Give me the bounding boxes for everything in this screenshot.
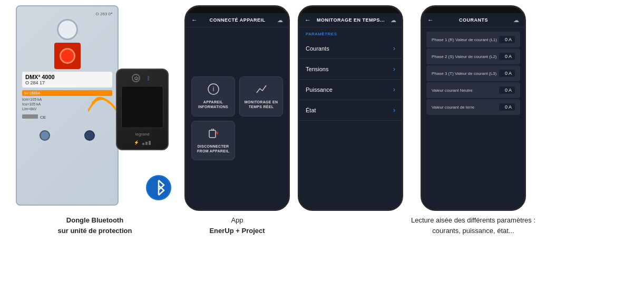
- phone3-device: ← COURANTS ☁ Phase 1 (R) Valeur de coura…: [421, 5, 526, 211]
- phone1-notch: [221, 7, 253, 13]
- phone3-row-1-label: Phase 2 (S) Valeur de courant (L2): [432, 54, 499, 59]
- phone3-cloud-icon[interactable]: ☁: [513, 17, 519, 24]
- wifi-waves: [88, 87, 117, 121]
- svg-line-7: [217, 131, 218, 134]
- phone2-notch: [335, 7, 366, 13]
- phone1-caption-line1: App: [209, 215, 265, 226]
- phone2-item-0[interactable]: Courants ›: [299, 38, 402, 59]
- phone1-btn-monitoring[interactable]: MONITORAGE EN TEMPS RÉEL: [239, 76, 283, 116]
- phone3-caption-line2: courants, puissance, état...: [411, 226, 535, 236]
- phone1-screen: ← CONNECTÉ APPAREIL ☁ i: [186, 13, 288, 209]
- chevron-icon-2: ›: [393, 86, 395, 93]
- phone1-buttons-grid: i APPAREIL INFORMATIONS MONITOR: [191, 76, 283, 160]
- disconnect-icon: [208, 128, 219, 142]
- phone3-title: COURANTS: [434, 17, 513, 23]
- phone1-btn3-label: DISCONNECTER FROM APPAREIL: [197, 144, 229, 153]
- phone3-row-2: Phase 3 (T) Valeur de courant (L3) 0 A: [426, 65, 520, 81]
- device-bar: [22, 114, 38, 119]
- phone2-item-2-label: Puissance: [306, 86, 333, 93]
- phone1-header: ← CONNECTÉ APPAREIL ☁: [186, 13, 288, 27]
- dongle-top-icons: ⏻ ᛒ: [132, 74, 153, 82]
- phone3-caption: Lecture aisée des différents paramètres …: [411, 215, 535, 236]
- device-dmx-label: DMX³ 4000: [25, 74, 109, 80]
- phone3-row-4-value: 0 A: [499, 103, 515, 111]
- phone2-item-3[interactable]: État ›: [299, 100, 402, 121]
- phone1-btn1-label: APPAREIL INFORMATIONS: [198, 100, 228, 109]
- phone1-content: i APPAREIL INFORMATIONS MONITOR: [186, 27, 288, 209]
- phone2-item-0-label: Courants: [306, 45, 329, 52]
- device-red-button: [54, 43, 81, 69]
- phone3-back-icon[interactable]: ←: [427, 16, 434, 24]
- power-icon: ⏻: [132, 74, 140, 82]
- svg-point-0: [92, 101, 95, 104]
- left-caption: Dongle Bluetooth sur unité de protection: [58, 215, 132, 236]
- phone2-item-1-label: Tensions: [306, 66, 328, 72]
- chart-icon: [256, 83, 267, 98]
- phone3-screen: ← COURANTS ☁ Phase 1 (R) Valeur de coura…: [422, 13, 524, 209]
- phone1-caption: App EnerUp + Project: [209, 215, 265, 236]
- phone1-btn-disconnect[interactable]: DISCONNECTER FROM APPAREIL: [191, 121, 235, 160]
- main-container: O 263 0⁴ DMX³ 4000 O 284 17 In=1600A Icm…: [0, 0, 644, 274]
- phone2-header: ← MONITORAGE EN TEMPS... ☁: [299, 13, 402, 27]
- phone1-caption-line2: EnerUp + Project: [209, 226, 265, 236]
- dongle-screen: [121, 86, 163, 128]
- phone3-row-2-value: 0 A: [499, 70, 515, 77]
- chevron-icon-3: ›: [393, 107, 395, 114]
- phone2-cloud-icon[interactable]: ☁: [391, 17, 396, 24]
- phone3-row-3-value: 0 A: [499, 86, 515, 94]
- left-section: O 263 0⁴ DMX³ 4000 O 284 17 In=1600A Icm…: [11, 5, 179, 236]
- phone3-row-3-label: Valeur courant Neutre: [432, 88, 499, 93]
- phone2-title: MONITORAGE EN TEMPS...: [311, 17, 391, 23]
- dongle-usb-icon: ⚡: [134, 140, 139, 145]
- chevron-icon-1: ›: [393, 65, 395, 73]
- phone3-row-4-label: Valeur courant de terre: [432, 105, 499, 110]
- svg-text:i: i: [212, 85, 214, 93]
- left-caption-line2: sur unité de protection: [58, 226, 132, 236]
- phone1-btn-info[interactable]: i APPAREIL INFORMATIONS: [191, 76, 235, 116]
- phone2-section: ← MONITORAGE EN TEMPS... ☁ PARAMÈTRES Co…: [298, 5, 403, 236]
- phone3-row-3: Valeur courant Neutre 0 A: [426, 82, 520, 98]
- dongle-brand-label: legrand: [135, 132, 150, 137]
- phone3-row-0: Phase 1 (R) Valeur de courant (L1) 0 A: [426, 32, 520, 47]
- phone1-back-icon[interactable]: ←: [191, 16, 198, 24]
- dongle-ports: ⚡: [134, 140, 151, 145]
- svg-rect-3: [209, 130, 216, 138]
- device-image: O 263 0⁴ DMX³ 4000 O 284 17 In=1600A Icm…: [16, 5, 174, 211]
- device-ce: CE: [40, 115, 46, 120]
- phone3-row-0-value: 0 A: [499, 36, 515, 43]
- phone3-header: ← COURANTS ☁: [422, 13, 524, 27]
- device-knob-2: [84, 130, 95, 141]
- phone2-list: PARAMÈTRES Courants › Tensions › Puissan…: [299, 27, 402, 121]
- phone3-notch: [457, 7, 489, 13]
- phone2-back-icon[interactable]: ←: [305, 16, 311, 24]
- phone2-item-2[interactable]: Puissance ›: [299, 80, 402, 100]
- phone3-row-1: Phase 2 (S) Valeur de courant (L2) 0 A: [426, 49, 520, 64]
- device-dial: [57, 19, 78, 40]
- device-knob-1: [40, 130, 50, 141]
- phone3-row-0-label: Phase 1 (R) Valeur de courant (L1): [432, 37, 499, 42]
- phone2-item-3-label: État: [306, 107, 316, 113]
- phone3-data-list: Phase 1 (R) Valeur de courant (L1) 0 A P…: [422, 27, 524, 116]
- phone3-caption-line1: Lecture aisée des différents paramètres …: [411, 215, 535, 226]
- device-code-label: O 284 17: [25, 80, 109, 85]
- phone3-row-4: Valeur courant de terre 0 A: [426, 99, 520, 115]
- phone1-section: ← CONNECTÉ APPAREIL ☁ i: [184, 5, 290, 236]
- phone2-section-label: PARAMÈTRES: [299, 27, 402, 38]
- phone3-row-1-value: 0 A: [499, 53, 515, 60]
- phone3-row-2-label: Phase 3 (T) Valeur de courant (L3): [432, 71, 499, 76]
- dongle-device: ⏻ ᛒ legrand ⚡: [116, 69, 169, 150]
- device-label-area: DMX³ 4000 O 284 17: [22, 72, 112, 88]
- phone3-section: ← COURANTS ☁ Phase 1 (R) Valeur de coura…: [411, 5, 535, 236]
- info-icon: i: [208, 83, 219, 98]
- phone2-item-1[interactable]: Tensions ›: [299, 59, 402, 80]
- phone2-screen: ← MONITORAGE EN TEMPS... ☁ PARAMÈTRES Co…: [299, 13, 402, 209]
- phone1-device: ← CONNECTÉ APPAREIL ☁ i: [184, 5, 290, 211]
- phone1-btn2-label: MONITORAGE EN TEMPS RÉEL: [245, 100, 278, 109]
- dongle-signal-bars: [142, 141, 151, 145]
- chevron-icon-0: ›: [393, 45, 395, 52]
- dongle-bt-icon: ᛒ: [144, 74, 153, 82]
- bluetooth-badge: [146, 175, 171, 200]
- phone2-device: ← MONITORAGE EN TEMPS... ☁ PARAMÈTRES Co…: [298, 5, 403, 211]
- phone1-cloud-icon[interactable]: ☁: [277, 17, 283, 24]
- device-id-label: O 263 0⁴: [22, 12, 112, 16]
